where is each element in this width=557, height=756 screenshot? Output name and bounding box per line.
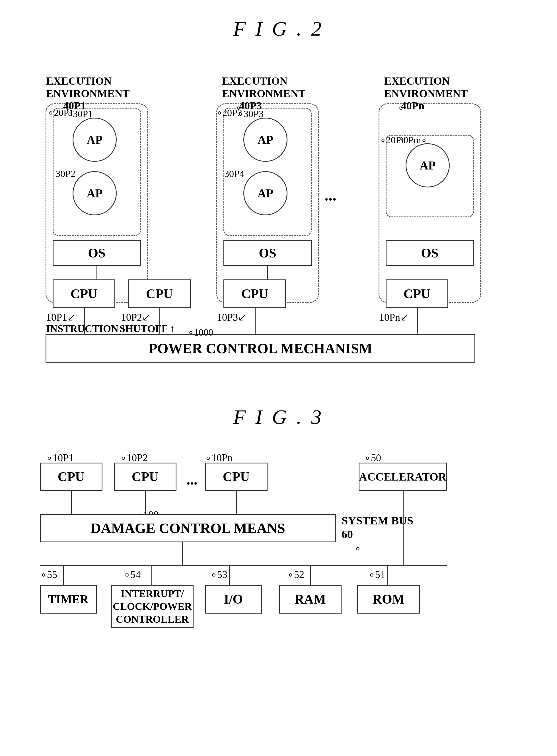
fig3-accelerator: ACCELERATOR: [359, 463, 447, 491]
ap-circle-5: AP: [406, 143, 450, 188]
line-cpu1-power: [84, 308, 85, 334]
ref-60: ∘: [355, 542, 361, 554]
page: F I G . 2 EXECUTIONENVIRONMENT40P1 ∘ ∘30…: [0, 0, 557, 668]
line-bus-timer: [63, 565, 64, 585]
fig3-diagram: ∘10P1 ∘10P2 ∘10Pn ∘50 CPU CPU ... CPU AC…: [23, 452, 535, 651]
line-acc-bus: [403, 491, 404, 565]
ref-40pn: ∘: [398, 102, 404, 113]
ref-1000: ∘1000: [188, 327, 213, 338]
label-30p2: 30P2: [56, 168, 76, 179]
ap-circle-4: AP: [243, 171, 288, 215]
line-os1-cpu1: [96, 266, 97, 279]
ref-10pn-fig3: ∘10Pn: [205, 452, 233, 464]
dots-1: ...: [324, 186, 336, 204]
label-10p3: 10P3↙: [217, 311, 246, 323]
ref-53: ∘53: [211, 568, 227, 581]
label-10p1: 10P1↙: [46, 311, 76, 323]
cpu-box-1: CPU: [53, 279, 115, 308]
label-10pn: 10Pn↙: [379, 311, 409, 323]
ref-55: ∘55: [40, 568, 57, 581]
line-bus-interrupt: [151, 565, 152, 585]
line-bus-io: [229, 565, 230, 585]
cpu-box-n: CPU: [386, 279, 448, 308]
cpu-box-2: CPU: [128, 279, 191, 308]
line-cpu3-power: [255, 308, 256, 334]
os-box-3: OS: [224, 240, 312, 266]
ref-10p1: ∘10P1: [46, 452, 74, 464]
fig3-timer: TIMER: [40, 585, 97, 614]
fig3-dots: ...: [186, 471, 198, 488]
ref-50: ∘50: [364, 452, 381, 464]
label-10p2: 10P2↙: [121, 311, 151, 323]
fig3-cpun: CPU: [205, 463, 268, 491]
ap-circle-2: AP: [72, 171, 117, 215]
ref-20p3: ∘20P3: [216, 107, 242, 118]
ref-54: ∘54: [124, 568, 141, 581]
ref-10p2-fig3: ∘10P2: [120, 452, 148, 464]
ref-51: ∘51: [369, 568, 385, 581]
line-os3-cpu3: [267, 266, 268, 279]
fig3-rom: ROM: [357, 585, 420, 614]
line-bus-rom: [387, 565, 388, 585]
line-cpun-dc: [236, 491, 237, 514]
fig3-ram: RAM: [279, 585, 342, 614]
fig2-diagram: EXECUTIONENVIRONMENT40P1 ∘ ∘30P1 AP 30P2…: [23, 58, 535, 371]
system-bus-line: [40, 565, 447, 566]
ref-52: ∘52: [288, 568, 304, 581]
ap-circle-3: AP: [243, 118, 288, 162]
fig3-io: I/O: [205, 585, 262, 614]
cpu-box-3: CPU: [224, 279, 286, 308]
label-30p4: 30P4: [224, 168, 244, 179]
label-instruction: INSTRUCTION ↓: [46, 323, 126, 335]
line-bus-ram: [310, 565, 311, 585]
line-dc-down: [182, 542, 183, 565]
exec-env-40pn-label: EXECUTIONENVIRONMENT40Pn: [384, 75, 441, 112]
fig3-title: F I G . 3: [23, 405, 534, 429]
fig3-cpu2: CPU: [114, 463, 176, 491]
ref-20p1: ∘20P1: [48, 107, 74, 118]
fig3-cpu1: CPU: [40, 463, 102, 491]
fig3-damage-control: DAMAGE CONTROL MEANS: [40, 514, 336, 542]
ref-20pn: ∘20Pn: [380, 134, 406, 145]
line-cpu1-dc: [71, 491, 72, 514]
os-box-n: OS: [386, 240, 474, 266]
fig3-section: F I G . 3 ∘10P1 ∘10P2 ∘10Pn ∘50 CPU CPU …: [23, 405, 534, 651]
ap-circle-1: AP: [72, 118, 117, 162]
os-box-1: OS: [53, 240, 141, 266]
line-cpun-power: [417, 308, 418, 334]
fig3-interrupt: INTERRUPT/CLOCK/POWERCONTROLLER: [111, 585, 194, 628]
power-control-box: POWER CONTROL MECHANISM: [46, 334, 475, 363]
line-cpu2-power: [159, 308, 160, 334]
fig2-title: F I G . 2: [23, 17, 534, 41]
fig2-section: F I G . 2 EXECUTIONENVIRONMENT40P1 ∘ ∘30…: [23, 17, 534, 371]
label-shutoff: SHUTOFF ↑: [120, 323, 175, 335]
